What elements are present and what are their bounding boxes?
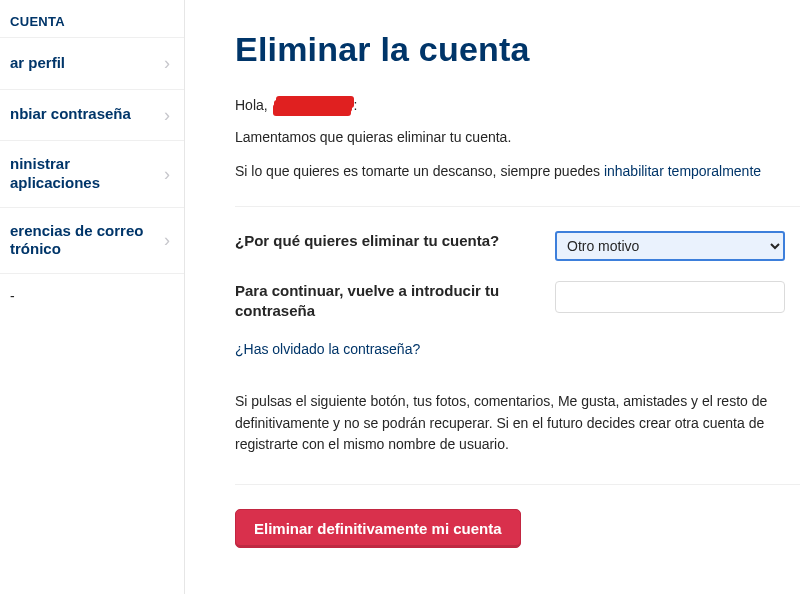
intro-p1: Lamentamos que quieras eliminar tu cuent…: [235, 127, 800, 147]
sidebar-item-change-password[interactable]: nbiar contraseña ›: [0, 90, 184, 142]
forgot-password-link[interactable]: ¿Has olvidado la contraseña?: [235, 341, 420, 357]
sidebar-item-email-prefs[interactable]: erencias de correo trónico ›: [0, 208, 184, 275]
chevron-right-icon: ›: [164, 52, 170, 75]
greeting-suffix: :: [354, 97, 358, 113]
sidebar-item-label: nbiar contraseña: [10, 105, 156, 124]
reason-row: ¿Por qué quieres eliminar tu cuenta? Otr…: [235, 231, 800, 261]
sidebar-header: CUENTA: [0, 0, 184, 38]
password-row: Para continuar, vuelve a introducir tu c…: [235, 281, 800, 322]
main-content: Eliminar la cuenta Hola, : Lamentamos qu…: [185, 0, 800, 594]
page-title: Eliminar la cuenta: [235, 30, 800, 69]
greeting-prefix: Hola,: [235, 97, 272, 113]
chevron-right-icon: ›: [164, 104, 170, 127]
disable-temporarily-link[interactable]: inhabilitar temporalmente: [604, 163, 761, 179]
greeting: Hola, :: [235, 97, 800, 113]
sidebar-item-label: erencias de correo trónico: [10, 222, 156, 260]
chevron-right-icon: ›: [164, 229, 170, 252]
sidebar-item-label: ar perfil: [10, 54, 156, 73]
delete-warning: Si pulsas el siguiente botón, tus fotos,…: [235, 391, 800, 485]
sidebar: CUENTA ar perfil › nbiar contraseña › ni…: [0, 0, 185, 594]
chevron-right-icon: ›: [164, 163, 170, 186]
password-input[interactable]: [555, 281, 785, 313]
app-root: CUENTA ar perfil › nbiar contraseña › ni…: [0, 0, 800, 594]
reason-select[interactable]: Otro motivo: [555, 231, 785, 261]
delete-account-button[interactable]: Eliminar definitivamente mi cuenta: [235, 509, 521, 548]
intro-p2: Si lo que quieres es tomarte un descanso…: [235, 161, 800, 206]
sidebar-item-more: -: [0, 274, 184, 318]
password-label: Para continuar, vuelve a introducir tu c…: [235, 281, 555, 322]
intro-p2-text: Si lo que quieres es tomarte un descanso…: [235, 163, 604, 179]
sidebar-item-edit-profile[interactable]: ar perfil ›: [0, 38, 184, 90]
sidebar-item-manage-apps[interactable]: ninistrar aplicaciones ›: [0, 141, 184, 208]
reason-label: ¿Por qué quieres eliminar tu cuenta?: [235, 231, 555, 251]
delete-form: ¿Por qué quieres eliminar tu cuenta? Otr…: [235, 231, 800, 358]
sidebar-item-label: ninistrar aplicaciones: [10, 155, 156, 193]
redacted-username: [274, 100, 352, 112]
